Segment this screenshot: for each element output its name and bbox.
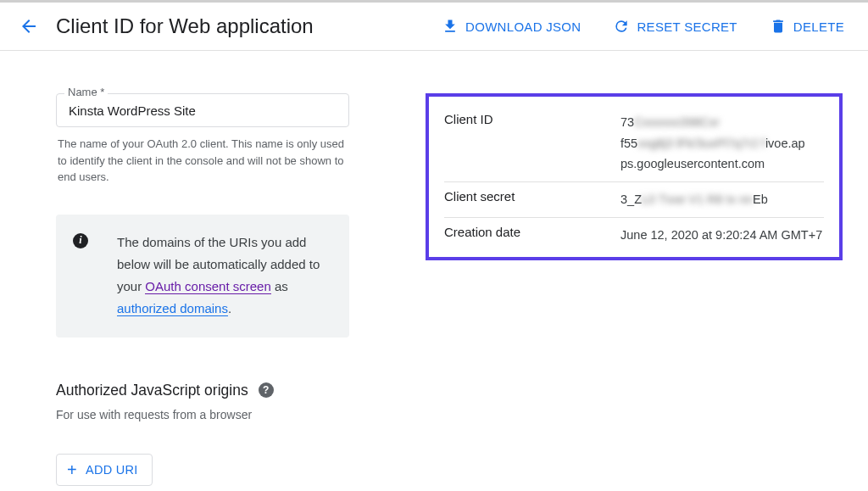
name-input[interactable]: [56, 93, 349, 127]
oauth-consent-link[interactable]: OAuth consent screen: [145, 279, 270, 294]
add-uri-label: ADD URI: [86, 463, 138, 477]
download-json-button[interactable]: DOWNLOAD JSON: [442, 18, 581, 35]
add-uri-button[interactable]: + ADD URI: [56, 454, 153, 486]
help-icon[interactable]: ?: [259, 382, 274, 398]
top-actions: DOWNLOAD JSON RESET SECRET DELETE: [442, 18, 844, 35]
reset-secret-label: RESET SECRET: [637, 20, 737, 34]
left-column: Name * The name of your OAuth 2.0 client…: [56, 93, 349, 486]
name-field-wrap: Name *: [56, 93, 349, 127]
info-mid: as: [271, 279, 288, 293]
creation-date-label: Creation date: [444, 225, 620, 239]
client-id-label: Client ID: [444, 112, 620, 126]
back-arrow-icon[interactable]: [19, 16, 39, 36]
info-box: i The domains of the URIs you add below …: [56, 215, 349, 338]
creation-date-row: Creation date June 12, 2020 at 9:20:24 A…: [444, 218, 824, 253]
info-icon: i: [73, 233, 88, 248]
client-id-row: Client ID 73Cxxxxxx398Cxr f55xxg8j3 lFk/…: [444, 105, 824, 182]
js-origins-heading: Authorized JavaScript origins: [56, 382, 248, 399]
client-secret-value: 3_ZL0 Txxe V1 R8 tx nnEb: [620, 189, 768, 210]
delete-button[interactable]: DELETE: [770, 18, 844, 35]
page-title: Client ID for Web application: [56, 14, 314, 38]
right-column: Client ID 73Cxxxxxx398Cxr f55xxg8j3 lFk/…: [426, 93, 843, 486]
info-icon-wrap: i: [56, 232, 105, 321]
refresh-icon: [613, 18, 630, 35]
info-text: The domains of the URIs you add below wi…: [117, 232, 331, 321]
creation-date-value: June 12, 2020 at 9:20:24 AM GMT+7: [620, 225, 822, 246]
plus-icon: +: [67, 461, 77, 478]
trash-icon: [770, 18, 787, 35]
download-json-label: DOWNLOAD JSON: [465, 20, 581, 34]
client-id-value: 73Cxxxxxx398Cxr f55xxg8j3 lFk/3uxPl7q7r2…: [620, 112, 805, 175]
client-secret-row: Client secret 3_ZL0 Txxe V1 R8 tx nnEb: [444, 182, 824, 218]
credentials-box: Client ID 73Cxxxxxx398Cxr f55xxg8j3 lFk/…: [426, 93, 843, 260]
delete-label: DELETE: [793, 20, 844, 34]
download-icon: [442, 18, 459, 35]
info-post: .: [228, 301, 231, 315]
client-secret-label: Client secret: [444, 189, 620, 204]
js-origins-header: Authorized JavaScript origins ?: [56, 382, 349, 399]
reset-secret-button[interactable]: RESET SECRET: [613, 18, 737, 35]
name-field-label: Name *: [64, 86, 108, 98]
js-origins-sub: For use with requests from a browser: [56, 408, 349, 421]
authorized-domains-link[interactable]: authorized domains: [117, 301, 228, 316]
main-content: Name * The name of your OAuth 2.0 client…: [0, 51, 868, 486]
top-bar: Client ID for Web application DOWNLOAD J…: [0, 0, 868, 51]
name-help-text: The name of your OAuth 2.0 client. This …: [56, 136, 349, 186]
